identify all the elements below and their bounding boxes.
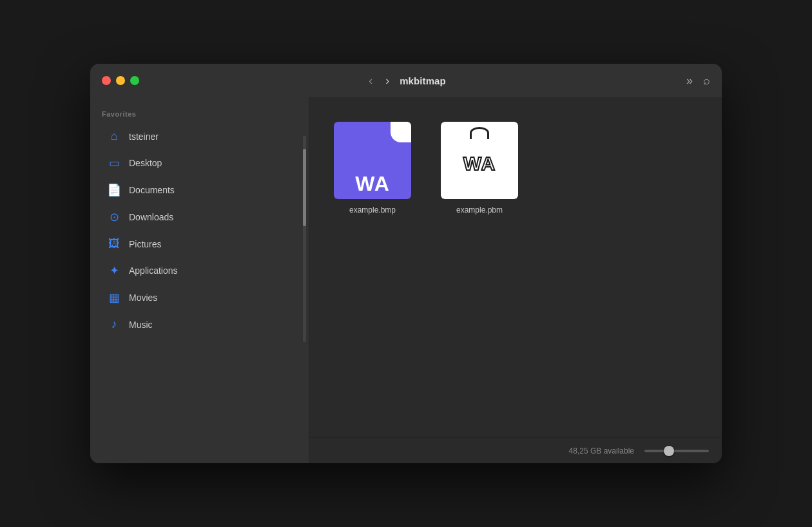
desktop-icon: ▭ [107, 156, 121, 170]
close-button[interactable] [102, 76, 111, 85]
slider-track [644, 450, 709, 452]
window-title: mkbitmap [400, 75, 446, 86]
home-icon: ⌂ [107, 129, 121, 143]
file-grid: WA example.bmp WA example.pbm [309, 97, 722, 437]
file-item-pbm[interactable]: WA example.pbm [436, 117, 523, 220]
sidebar-scrollbar-thumb [303, 149, 306, 226]
content-area: Favorites ⌂ tsteiner ▭ Desktop 📄 Documen… [90, 97, 722, 463]
file-name-bmp: example.bmp [349, 206, 396, 215]
sidebar-item-label: Applications [129, 265, 178, 276]
forward-button[interactable]: › [383, 72, 392, 89]
applications-icon: ✦ [107, 264, 121, 278]
sidebar-item-movies[interactable]: ▦ Movies [95, 285, 304, 311]
search-button[interactable]: ⌕ [703, 74, 710, 88]
sidebar-item-tsteiner[interactable]: ⌂ tsteiner [95, 124, 304, 149]
sidebar-item-music[interactable]: ♪ Music [95, 312, 304, 337]
sidebar-item-label: Music [129, 320, 153, 330]
back-button[interactable]: ‹ [366, 72, 375, 89]
music-icon: ♪ [107, 318, 121, 331]
traffic-lights [90, 76, 309, 85]
sidebar: Favorites ⌂ tsteiner ▭ Desktop 📄 Documen… [90, 97, 309, 463]
bmp-preview-text: WA [355, 173, 390, 194]
sidebar-item-label: Downloads [129, 212, 173, 222]
pbm-preview-text: WA [463, 153, 496, 175]
minimize-button[interactable] [116, 76, 125, 85]
size-slider[interactable] [644, 450, 709, 452]
sidebar-item-documents[interactable]: 📄 Documents [95, 177, 304, 203]
more-button[interactable]: » [686, 74, 693, 88]
movies-icon: ▦ [107, 291, 121, 305]
documents-icon: 📄 [107, 183, 121, 197]
sidebar-item-desktop[interactable]: ▭ Desktop [95, 150, 304, 176]
storage-status: 48,25 GB available [569, 446, 634, 455]
titlebar: ‹ › mkbitmap » ⌕ [90, 64, 722, 97]
sidebar-item-label: Pictures [129, 239, 162, 249]
favorites-label: Favorites [90, 108, 309, 123]
file-thumbnail-pbm: WA [441, 122, 518, 199]
sidebar-item-pictures[interactable]: 🖼 Pictures [95, 231, 304, 256]
downloads-icon: ⊙ [107, 210, 121, 224]
titlebar-actions: » ⌕ [686, 74, 710, 88]
file-name-pbm: example.pbm [456, 206, 503, 215]
titlebar-center: ‹ › mkbitmap [366, 72, 446, 89]
pbm-preview: WA [441, 122, 518, 199]
sidebar-item-downloads[interactable]: ⊙ Downloads [95, 204, 304, 230]
pictures-icon: 🖼 [107, 237, 121, 251]
bmp-preview: WA [334, 122, 411, 199]
file-area: WA example.bmp WA example.pbm [309, 97, 722, 463]
sidebar-item-label: Movies [129, 292, 157, 303]
sidebar-item-label: tsteiner [129, 131, 159, 142]
file-item-bmp[interactable]: WA example.bmp [329, 117, 416, 220]
sidebar-item-label: Desktop [129, 158, 162, 168]
finder-window: ‹ › mkbitmap » ⌕ Favorites ⌂ tsteiner ▭ … [90, 64, 722, 463]
maximize-button[interactable] [130, 76, 139, 85]
sidebar-item-applications[interactable]: ✦ Applications [95, 258, 304, 283]
slider-thumb [664, 446, 674, 456]
file-thumbnail-bmp: WA [334, 122, 411, 199]
sidebar-item-label: Documents [129, 185, 175, 195]
sidebar-scrollbar[interactable] [303, 136, 306, 342]
status-bar: 48,25 GB available [309, 437, 722, 463]
